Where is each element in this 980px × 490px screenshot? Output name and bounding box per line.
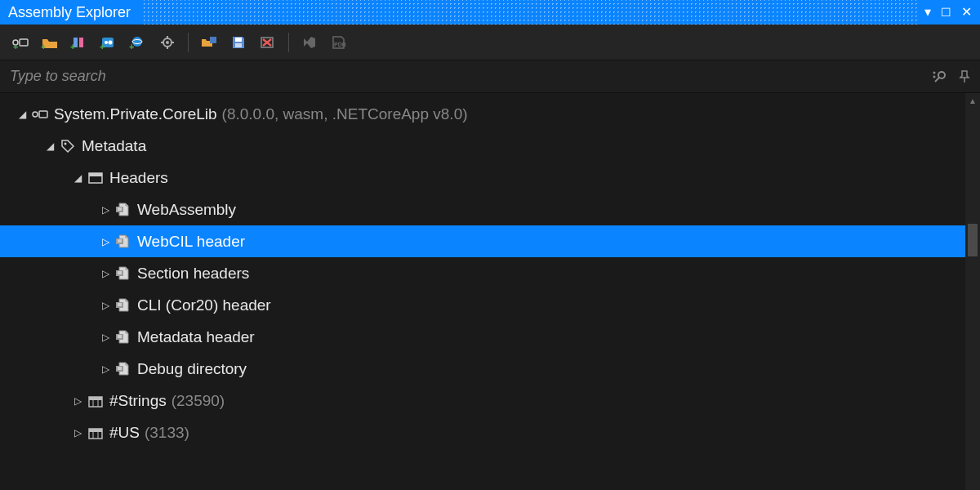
settings-button[interactable] <box>155 30 180 55</box>
stream-icon <box>87 424 105 442</box>
open-gac-button[interactable]: + <box>67 30 91 55</box>
svg-text:+: + <box>13 42 18 50</box>
expand-arrow-icon[interactable]: ◢ <box>70 172 85 184</box>
tree-row[interactable]: ▷#US(3133) <box>0 416 965 448</box>
pdb-icon: PDB <box>330 35 348 50</box>
scrollbar-thumb[interactable] <box>968 224 978 256</box>
tree-row[interactable]: ▷CLI (Cor20) header <box>0 289 965 321</box>
doc-icon <box>114 296 132 314</box>
search-options-icon[interactable] <box>931 69 947 84</box>
svg-point-31 <box>33 112 38 117</box>
gear-icon <box>159 34 176 51</box>
tree-row[interactable]: ◢Metadata <box>0 130 965 162</box>
open-project-button[interactable]: + <box>126 30 150 55</box>
tree-node-label: Metadata <box>82 137 146 155</box>
tree-node-label: Headers <box>109 169 168 187</box>
svg-rect-35 <box>89 173 102 176</box>
expand-arrow-icon[interactable]: ▷ <box>70 395 85 407</box>
clear-icon <box>260 35 276 50</box>
tree-node-label: WebAssembly <box>137 201 236 219</box>
titlebar-grip[interactable] <box>142 0 920 24</box>
svg-rect-22 <box>235 43 242 47</box>
save-icon <box>231 35 246 50</box>
tree-container: ◢System.Private.CoreLib(8.0.0.0, wasm, .… <box>0 93 980 490</box>
svg-rect-5 <box>79 38 83 47</box>
toolbar: + + + + + <box>0 24 980 60</box>
titlebar: Assembly Explorer ▾ ☐ ✕ <box>0 0 980 24</box>
doc-icon <box>114 233 132 251</box>
tree-row[interactable]: ▷#Strings(23590) <box>0 385 965 416</box>
svg-text:PDB: PDB <box>334 42 346 47</box>
tree-node-meta: (3133) <box>145 424 189 442</box>
doc-icon <box>114 265 132 283</box>
open-nuget-button[interactable]: + <box>96 30 121 55</box>
expand-arrow-icon[interactable]: ▷ <box>98 268 113 279</box>
expand-arrow-icon[interactable]: ◢ <box>15 109 29 120</box>
tree-node-label: System.Private.CoreLib <box>54 105 217 123</box>
svg-point-27 <box>938 72 945 78</box>
close-icon[interactable]: ✕ <box>961 6 972 19</box>
gac-icon: + <box>70 35 88 50</box>
vs-icon <box>301 35 318 50</box>
svg-point-9 <box>109 40 113 44</box>
expand-arrow-icon[interactable]: ▷ <box>98 204 113 216</box>
tree-row[interactable]: ◢Headers <box>0 162 965 194</box>
save-list-button[interactable] <box>226 30 251 55</box>
expand-arrow-icon[interactable]: ▷ <box>98 300 113 311</box>
tree-row[interactable]: ▷Debug directory <box>0 353 965 385</box>
tree-node-label: #Strings <box>109 392 167 410</box>
dropdown-icon[interactable]: ▾ <box>924 6 931 19</box>
expand-arrow-icon[interactable]: ▷ <box>70 427 85 439</box>
folder-icon: + <box>41 35 59 50</box>
svg-text:+: + <box>70 42 75 50</box>
show-in-vs-button[interactable] <box>297 30 322 55</box>
svg-point-33 <box>65 142 67 145</box>
svg-point-29 <box>933 71 936 74</box>
svg-line-28 <box>935 78 939 82</box>
headers-icon <box>87 169 105 187</box>
svg-text:+: + <box>41 42 46 50</box>
doc-icon <box>114 201 132 219</box>
open-folder-button[interactable]: + <box>38 30 62 55</box>
clear-list-button[interactable] <box>256 30 280 55</box>
tree-node-label: CLI (Cor20) header <box>137 296 271 314</box>
show-pdb-button[interactable]: PDB <box>327 30 351 55</box>
tree-row[interactable]: ▷Section headers <box>0 257 965 289</box>
add-reference-button[interactable]: + <box>8 30 33 55</box>
collapse-all-button[interactable] <box>197 30 221 55</box>
svg-rect-20 <box>210 37 216 43</box>
assembly-icon <box>31 105 49 123</box>
tree-node-label: WebCIL header <box>137 233 245 251</box>
tree-node-label: Debug directory <box>137 360 247 378</box>
search-input[interactable] <box>10 68 931 85</box>
tree-node-label: Section headers <box>137 265 249 283</box>
stream-icon <box>87 392 105 410</box>
tree-row[interactable]: ▷WebAssembly <box>0 194 965 225</box>
expand-arrow-icon[interactable]: ▷ <box>98 363 113 375</box>
tag-icon <box>59 137 77 155</box>
svg-text:+: + <box>129 42 134 50</box>
scroll-up-icon[interactable]: ▲ <box>965 93 980 108</box>
assembly-tree[interactable]: ◢System.Private.CoreLib(8.0.0.0, wasm, .… <box>0 93 965 490</box>
toolbar-separator <box>188 33 189 52</box>
pin-icon[interactable] <box>959 69 970 84</box>
expand-arrow-icon[interactable]: ◢ <box>42 140 57 152</box>
collapse-icon <box>201 35 217 50</box>
search-bar <box>0 60 980 93</box>
tree-row[interactable]: ▷WebCIL header <box>0 225 965 257</box>
tree-row[interactable]: ◢System.Private.CoreLib(8.0.0.0, wasm, .… <box>0 98 965 130</box>
svg-point-8 <box>105 41 108 44</box>
panel-title: Assembly Explorer <box>8 4 137 21</box>
vertical-scrollbar[interactable]: ▲ <box>965 93 980 490</box>
expand-arrow-icon[interactable]: ▷ <box>98 236 113 247</box>
nuget-icon: + <box>100 35 118 50</box>
tree-node-label: Metadata header <box>137 328 255 346</box>
maximize-icon[interactable]: ☐ <box>941 7 951 18</box>
doc-icon <box>114 328 132 346</box>
tree-row[interactable]: ▷Metadata header <box>0 321 965 353</box>
svg-rect-1 <box>20 39 28 46</box>
tree-node-meta: (23590) <box>172 392 225 410</box>
expand-arrow-icon[interactable]: ▷ <box>98 332 113 343</box>
svg-point-15 <box>166 41 169 44</box>
svg-rect-21 <box>235 38 242 42</box>
